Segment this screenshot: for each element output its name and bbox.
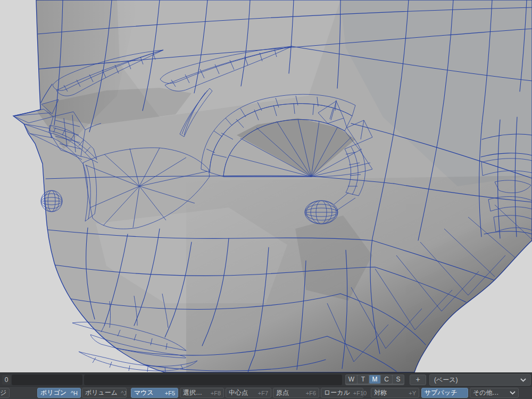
center-point-button[interactable]: 中心点+F7 (226, 388, 271, 398)
select-button[interactable]: 選択…+F8 (180, 388, 224, 398)
chevron-down-icon (510, 391, 516, 395)
select-shortcut: +F8 (211, 390, 221, 396)
origin-button[interactable]: 原点+F6 (273, 388, 319, 398)
head-mesh (13, 0, 532, 372)
edge-partial-button[interactable]: ジ (0, 388, 10, 398)
local-label: ローカル (324, 388, 350, 397)
volume-shortcut: ^J (121, 390, 127, 396)
view-mode-group: WTMCS (345, 375, 404, 385)
add-material-button[interactable]: + (410, 375, 426, 385)
material-dropdown[interactable]: (ベース) (429, 374, 531, 386)
subpatch-label: サブパッチ (425, 388, 457, 397)
mode-toolbar: ジポリゴン^Hボリューム^Jマウス+F5選択…+F8中心点+F7原点+F6ローカ… (0, 386, 532, 399)
mouse-shortcut: +F5 (165, 390, 175, 396)
polygon-label: ポリゴン (40, 388, 66, 397)
status-bar: 0 WTMCS + (ベース) (0, 372, 532, 386)
polygon-button[interactable]: ポリゴン^H (37, 388, 81, 398)
origin-label: 原点 (276, 388, 289, 397)
view-mode-button-s[interactable]: S (393, 375, 404, 384)
material-dropdown-value: (ベース) (434, 375, 458, 385)
symmetry-label: 対称 (374, 388, 387, 397)
volume-button[interactable]: ボリューム^J (82, 388, 127, 398)
symmetry-button[interactable]: 対称+Y (371, 388, 419, 398)
origin-shortcut: +F6 (306, 390, 316, 396)
center-point-label: 中心点 (229, 388, 248, 397)
chevron-down-icon (520, 378, 526, 382)
others-label: その他… (473, 388, 499, 397)
status-field-2[interactable] (84, 375, 342, 385)
symmetry-shortcut: +Y (409, 390, 416, 396)
left-eyeball (41, 190, 62, 212)
counter-display: 0 (2, 375, 11, 385)
select-label: 選択… (183, 388, 202, 397)
right-eyeball (305, 201, 338, 224)
view-mode-button-w[interactable]: W (346, 375, 357, 384)
polygon-shortcut: ^H (71, 390, 78, 396)
edge-partial-label: ジ (0, 388, 6, 397)
local-shortcut: +F10 (353, 390, 367, 396)
view-mode-button-c[interactable]: C (381, 375, 392, 384)
view-mode-button-m[interactable]: M (369, 375, 380, 384)
volume-label: ボリューム (85, 388, 118, 397)
viewport-3d[interactable]: .w{stroke:var(--wire);stroke-width:1.1;f… (0, 0, 532, 372)
mouse-button[interactable]: マウス+F5 (131, 388, 178, 398)
others-button[interactable]: その他… (470, 388, 519, 398)
view-mode-button-t[interactable]: T (358, 375, 369, 384)
local-button[interactable]: ローカル+F10 (321, 388, 363, 398)
center-point-shortcut: +F7 (258, 390, 268, 396)
mouse-label: マウス (134, 388, 154, 397)
subpatch-button[interactable]: サブパッチ (421, 388, 468, 398)
status-field-1[interactable] (12, 375, 82, 385)
